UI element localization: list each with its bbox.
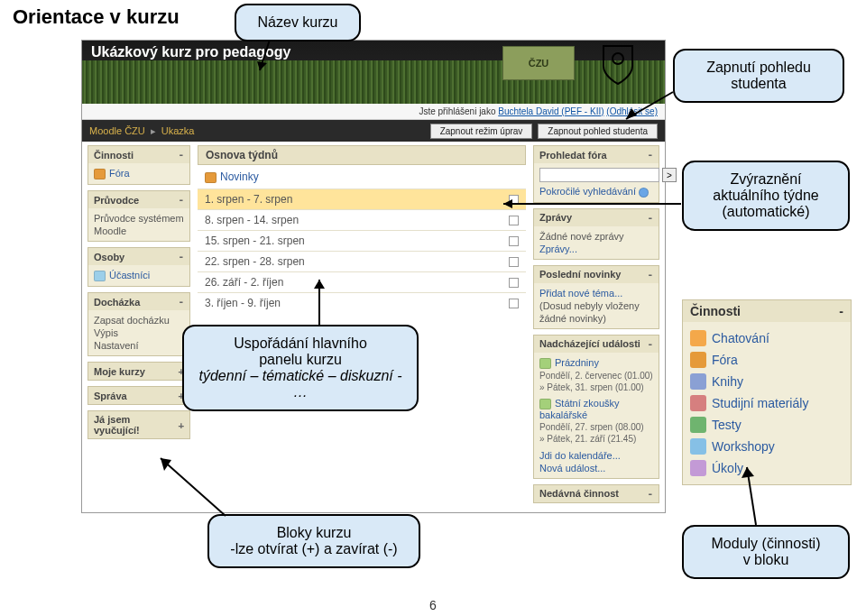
enable-editing-button[interactable]: Zapnout režim úprav: [430, 124, 533, 139]
collapse-icon[interactable]: -: [839, 304, 843, 318]
guide-line2[interactable]: Moodle: [94, 225, 184, 237]
event-2[interactable]: Státní zkoušky bakalářské: [539, 397, 653, 421]
activity-icon: [690, 417, 706, 433]
callout-highlight-week: Zvýraznění aktuálního týdne (automatické…: [682, 161, 850, 231]
attendance-list[interactable]: Výpis: [94, 326, 184, 339]
event-2-to: » Pátek, 21. září (21.45): [539, 433, 653, 445]
week-checkbox-icon[interactable]: [509, 299, 519, 308]
left-column: Činnosti- Fóra Průvodce- Průvodce systém…: [82, 142, 194, 448]
activity-item[interactable]: Knihy: [690, 371, 843, 392]
block-admin: Správa+: [88, 386, 190, 405]
collapse-icon[interactable]: -: [178, 251, 184, 262]
collapse-icon[interactable]: -: [647, 338, 653, 350]
collapse-icon[interactable]: -: [178, 296, 184, 308]
block-title: Činnosti: [94, 150, 134, 161]
no-news-2: žádné novinky): [539, 312, 653, 325]
help-icon[interactable]: [639, 188, 649, 198]
login-user-link[interactable]: Buchtela David (PEF - KII): [498, 106, 603, 116]
block-title: Poslední novinky: [539, 269, 621, 280]
week-row[interactable]: 3. říjen - 9. říjen: [198, 292, 526, 313]
arrow-icon: [740, 462, 767, 527]
arrow-right-icon: ▸: [151, 125, 156, 137]
week-checkbox-icon[interactable]: [509, 236, 519, 246]
collapse-icon[interactable]: -: [647, 269, 653, 280]
collapse-icon[interactable]: -: [647, 488, 653, 500]
attendance-settings[interactable]: Nastavení: [94, 339, 184, 352]
event-icon: [539, 358, 551, 369]
week-row[interactable]: 8. srpen - 14. srpen: [198, 209, 526, 230]
week-row[interactable]: 26. září - 2. říjen: [198, 271, 526, 292]
line1: Moduly (činnosti): [696, 536, 835, 552]
activity-item[interactable]: Studijní materiály: [690, 392, 843, 414]
page-number: 6: [0, 598, 866, 612]
activity-label: Fóra: [712, 353, 738, 367]
news-link[interactable]: Novinky: [198, 165, 526, 188]
activity-item[interactable]: Fóra: [690, 349, 843, 371]
svg-marker-10: [161, 458, 171, 471]
block-title: Činnosti: [690, 304, 741, 318]
collapse-icon[interactable]: -: [178, 149, 184, 161]
week-row[interactable]: 15. srpen - 21. srpen: [198, 230, 526, 251]
line1: Bloky kurzu: [222, 525, 406, 541]
line1: Uspořádání hlavního: [197, 336, 404, 352]
line2: panelu kurzu: [197, 352, 404, 368]
university-logo: ČZU: [502, 46, 575, 80]
activity-label: Úkoly: [712, 461, 743, 475]
search-forum-button[interactable]: >: [662, 168, 677, 182]
event-2-from: Pondělí, 27. srpen (08.00): [539, 421, 653, 433]
moodle-screenshot: Ukázkový kurz pro pedagogy ČZU Jste přih…: [81, 40, 666, 513]
week-checkbox-icon[interactable]: [509, 278, 519, 288]
week-row[interactable]: 1. srpen - 7. srpen: [198, 188, 526, 209]
messages-link[interactable]: Zprávy...: [539, 243, 653, 255]
activity-item[interactable]: Chatování: [690, 327, 843, 349]
line2: v bloku: [696, 552, 835, 568]
svg-marker-6: [503, 199, 512, 208]
expand-icon[interactable]: +: [178, 419, 184, 431]
student-view-button[interactable]: Zapnout pohled studenta: [538, 124, 658, 139]
login-status: Jste přihlášeni jako Buchtela David (PEF…: [82, 104, 665, 120]
block-title: Průvodce: [94, 195, 139, 206]
line3: týdenní – tématické – diskuzní - …: [197, 368, 404, 400]
week-label: 1. srpen - 7. srpen: [205, 193, 292, 206]
activity-item[interactable]: Testy: [690, 414, 843, 436]
arrow-icon: [310, 272, 337, 326]
block-title: Nedávná činnost: [539, 488, 619, 499]
advanced-search-link[interactable]: Pokročilé vyhledávání: [539, 186, 636, 197]
add-topic-link[interactable]: Přidat nové téma...: [539, 287, 653, 299]
forum-icon: [94, 169, 106, 179]
breadcrumb-bar: Moodle ČZU ▸ Ukazka Zapnout režim úprav …: [82, 120, 665, 142]
activity-icon: [690, 352, 706, 368]
svg-marker-8: [314, 280, 325, 289]
collapse-icon[interactable]: -: [178, 194, 184, 206]
activity-icon: [690, 460, 706, 476]
activity-icon: [690, 330, 706, 346]
callout-main-panel: Uspořádání hlavního panelu kurzu týdenní…: [182, 325, 419, 411]
crest-icon: [598, 42, 638, 87]
attendance-record[interactable]: Zapsat docházku: [94, 314, 184, 326]
line2: -lze otvírat (+) a zavírat (-): [222, 541, 406, 557]
collapse-icon[interactable]: -: [647, 149, 653, 161]
new-event-link[interactable]: Nová událost...: [539, 462, 653, 474]
block-item-participants[interactable]: Účastníci: [94, 269, 184, 282]
crumb-course[interactable]: Ukazka: [161, 125, 195, 136]
search-forum-input[interactable]: [539, 168, 659, 182]
arrow-icon: [153, 451, 235, 523]
crumb-root[interactable]: Moodle ČZU: [89, 125, 145, 136]
activity-icon: [690, 438, 706, 455]
block-title: Prohledat fóra: [539, 150, 607, 161]
goto-calendar-link[interactable]: Jdi do kalendáře...: [539, 449, 653, 462]
week-checkbox-icon[interactable]: [509, 257, 519, 267]
week-label: 3. říjen - 9. říjen: [205, 297, 281, 309]
svg-marker-12: [742, 467, 754, 478]
activity-item[interactable]: Úkoly: [690, 457, 843, 479]
block-item-fora[interactable]: Fóra: [94, 167, 184, 180]
people-icon: [94, 271, 106, 281]
activity-item[interactable]: Workshopy: [690, 436, 843, 457]
block-title: Moje kurzy: [94, 366, 145, 377]
block-search-forums: Prohledat fóra- > Pokročilé vyhledávání: [533, 145, 659, 203]
event-1[interactable]: Prázdniny: [539, 356, 653, 370]
guide-line1[interactable]: Průvodce systémem: [94, 212, 184, 225]
activity-label: Workshopy: [712, 439, 775, 454]
block-recent-activity: Nedávná činnost-: [533, 484, 659, 503]
week-row[interactable]: 22. srpen - 28. srpen: [198, 251, 526, 271]
